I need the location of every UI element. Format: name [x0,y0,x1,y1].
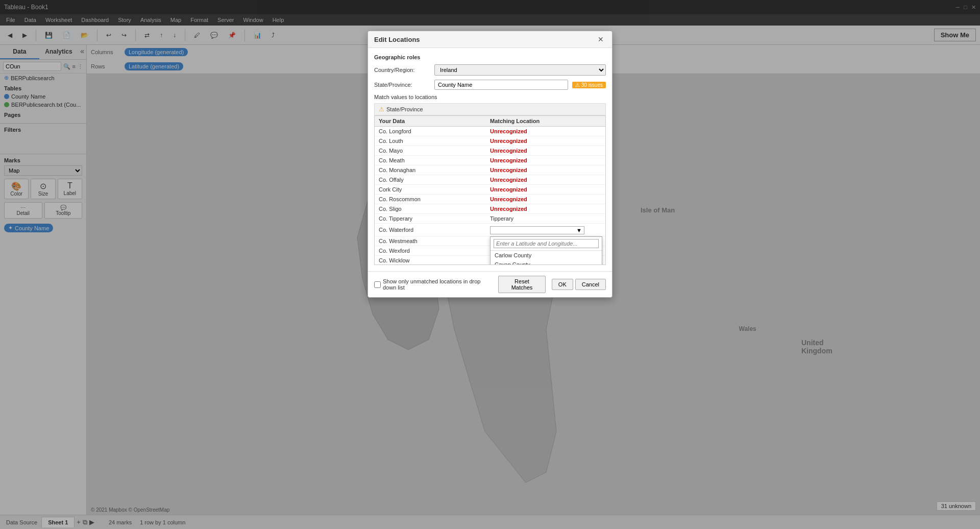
warning-badge: ⚠ 30 issues [572,82,606,88]
ok-btn[interactable]: OK [552,279,573,290]
waterford-dropdown-btn[interactable]: ▼ [490,226,584,234]
state-province-row: State/Province: ⚠ 30 issues [374,80,606,90]
ok-cancel-group: OK Cancel [552,279,606,290]
state-province-input[interactable] [434,80,568,90]
table-row: Cork City Unrecognized [375,185,605,195]
edit-locations-dialog: Edit Locations ✕ Geographic roles Countr… [368,31,612,298]
unmatched-checkbox-row[interactable]: Show only unmatched locations in drop do… [374,278,492,291]
modal-overlay: Edit Locations ✕ Geographic roles Countr… [0,0,980,529]
dialog-body: Geographic roles Country/Region: Ireland… [368,48,612,271]
dropdown-arrow-icon: ▼ [576,227,582,233]
country-region-label: Country/Region: [374,67,430,73]
dialog-titlebar: Edit Locations ✕ [368,31,612,48]
dropdown-list: Carlow County Cavan County Clare County … [491,251,602,264]
location-dropdown[interactable]: Carlow County Cavan County Clare County … [490,236,602,264]
table-row: Co. Sligo Unrecognized [375,204,605,214]
country-region-select[interactable]: Ireland [434,64,606,76]
table-row-tipperary: Co. Tipperary Tipperary [375,214,605,224]
cancel-btn[interactable]: Cancel [575,279,606,290]
state-province-header: ⚠ State/Province [374,103,606,115]
checkbox-label: Show only unmatched locations in drop do… [383,278,492,291]
reset-matches-btn[interactable]: Reset Matches [498,276,546,293]
dropdown-input-row [491,237,602,251]
table-row: Co. Roscommon Unrecognized [375,195,605,204]
dialog-title: Edit Locations [374,36,420,43]
geo-roles-title: Geographic roles [374,54,606,60]
table-body: Co. Longford Unrecognized Co. Louth Unre… [375,127,605,264]
table-row: Co. Meath Unrecognized [375,156,605,165]
dialog-footer: Show only unmatched locations in drop do… [368,271,612,297]
match-title: Match values to locations [374,94,606,100]
col-matching-header: Matching Location [490,118,601,124]
table-row: Co. Mayo Unrecognized [375,146,605,156]
country-region-row: Country/Region: Ireland [374,64,606,76]
dropdown-option-cavan[interactable]: Cavan County [491,260,602,264]
col-your-data-header: Your Data [379,118,490,124]
state-province-label: State/Province: [374,82,430,88]
table-row: Co. Longford Unrecognized [375,127,605,136]
dialog-close-btn[interactable]: ✕ [596,35,606,43]
table-header: Your Data Matching Location [375,116,605,127]
dropdown-option-carlow[interactable]: Carlow County [491,251,602,260]
table-row: Co. Louth Unrecognized [375,136,605,146]
table-row-waterford: Co. Waterford ▼ [375,224,605,236]
dropdown-search-input[interactable] [494,239,599,248]
table-row: Co. Monaghan Unrecognized [375,165,605,175]
locations-table: Your Data Matching Location Co. Longford… [374,115,606,265]
warn-icon: ⚠ [379,106,384,113]
table-row: Co. Offaly Unrecognized [375,175,605,185]
state-province-header-label: State/Province [386,106,423,112]
unmatched-checkbox[interactable] [374,281,381,288]
